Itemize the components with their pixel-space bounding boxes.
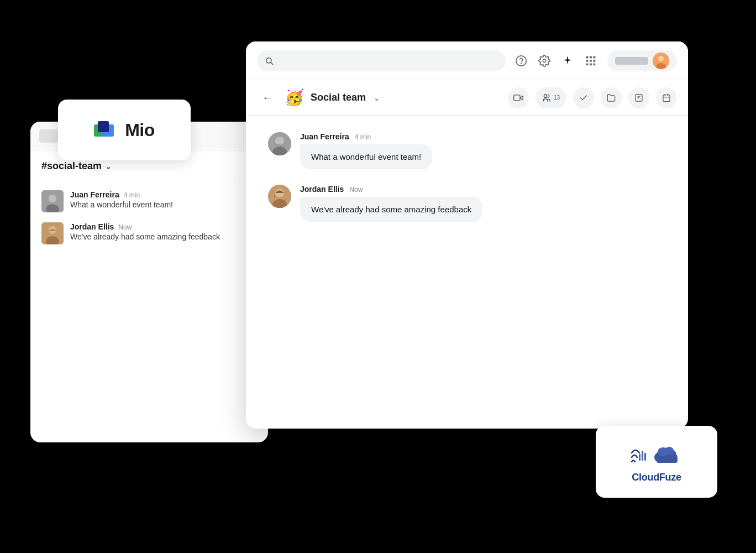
svg-point-37: [275, 137, 284, 145]
gchat-panel: ← 🥳 Social team ⌄ 13: [246, 41, 688, 429]
gchat-user-area[interactable]: [607, 50, 677, 71]
gchat-messages: Juan Ferreira 4 min What a wonderful eve…: [246, 116, 688, 238]
slack-panel: #social-team ⌄ Juan Ferreira 4 min: [30, 122, 268, 442]
cloudfuze-card: CloudFuze: [596, 426, 717, 498]
mio-diamonds-icon: [94, 120, 119, 140]
slack-text-2: We've already had some amazing feedback: [70, 232, 220, 241]
gchat-author-1: Juan Ferreira: [300, 132, 349, 141]
gchat-room-header: ← 🥳 Social team ⌄ 13: [246, 80, 688, 116]
help-icon[interactable]: [514, 54, 528, 67]
calendar-button[interactable]: [656, 87, 677, 108]
slack-msg-header-1: Juan Ferreira 4 min: [70, 190, 173, 199]
svg-rect-27: [514, 95, 520, 101]
slack-time-1: 4 min: [124, 191, 140, 199]
svg-rect-42: [639, 454, 641, 461]
svg-rect-18: [590, 60, 592, 62]
svg-rect-19: [594, 60, 596, 62]
svg-point-12: [521, 63, 522, 64]
avatar-jordan-slack: [41, 222, 64, 244]
slack-channel-name-text: #social-team: [41, 160, 102, 172]
workspace-label: [615, 57, 648, 65]
tasks-button[interactable]: [573, 87, 594, 108]
svg-point-11: [516, 55, 526, 65]
gchat-bubble-1: What a wonderful event team!: [300, 144, 432, 169]
svg-rect-14: [586, 56, 589, 58]
mio-card: Mio: [58, 100, 191, 160]
back-button[interactable]: ←: [257, 87, 278, 108]
slack-channel-name[interactable]: #social-team ⌄: [41, 160, 257, 172]
svg-point-1: [49, 195, 56, 202]
gchat-bubble-2: We've already had some amazing feedback: [300, 197, 482, 222]
svg-rect-21: [590, 63, 592, 65]
svg-rect-8: [98, 121, 109, 132]
apps-icon[interactable]: [584, 54, 597, 67]
slack-msg-header-2: Jordan Ellis Now: [70, 222, 220, 231]
slack-time-2: Now: [118, 223, 132, 231]
slack-chevron-icon: ⌄: [105, 162, 112, 171]
search-icon: [265, 56, 274, 65]
gchat-author-2: Jordan Ellis: [300, 185, 344, 194]
gchat-message-1: Juan Ferreira 4 min What a wonderful eve…: [268, 132, 666, 169]
cloudfuze-name-text: CloudFuze: [632, 472, 681, 483]
slack-author-1: Juan Ferreira: [70, 190, 119, 199]
svg-rect-16: [594, 56, 596, 58]
slack-msg-content-2: Jordan Ellis Now We've already had some …: [70, 222, 220, 241]
room-chevron-icon[interactable]: ⌄: [374, 93, 380, 102]
video-call-button[interactable]: [508, 87, 529, 108]
svg-rect-15: [590, 56, 592, 58]
svg-point-50: [665, 447, 674, 455]
settings-icon[interactable]: [538, 54, 551, 67]
gchat-msg-body-1: Juan Ferreira 4 min What a wonderful eve…: [300, 132, 432, 169]
cloudfuze-logo: CloudFuze: [629, 441, 684, 483]
mio-logo-text: Mio: [125, 120, 155, 140]
avatar-juan-slack: [41, 190, 64, 212]
svg-rect-43: [642, 451, 643, 461]
gchat-message-2: Jordan Ellis Now We've already had some …: [268, 185, 666, 222]
gchat-msg-meta-2: Jordan Ellis Now: [300, 185, 482, 194]
scene: #social-team ⌄ Juan Ferreira 4 min: [0, 0, 756, 553]
avatar-juan-gchat: [268, 132, 291, 155]
gchat-msg-body-2: Jordan Ellis Now We've already had some …: [300, 185, 482, 222]
svg-point-13: [543, 59, 546, 62]
files-button[interactable]: [601, 87, 622, 108]
svg-rect-22: [594, 63, 596, 65]
cloudfuze-logo-icon: [629, 441, 684, 468]
gchat-topbar: [246, 41, 688, 80]
user-avatar: [653, 53, 669, 69]
svg-line-10: [271, 62, 273, 65]
slack-messages: Juan Ferreira 4 min What a wonderful eve…: [30, 180, 268, 254]
svg-rect-48: [657, 457, 678, 463]
mio-logo: Mio: [94, 120, 155, 140]
svg-rect-17: [586, 60, 589, 62]
slack-msg-content-1: Juan Ferreira 4 min What a wonderful eve…: [70, 190, 173, 209]
members-button[interactable]: 13: [536, 87, 566, 108]
room-emoji: 🥳: [285, 88, 304, 107]
timer-button[interactable]: [628, 87, 649, 108]
svg-marker-26: [520, 96, 523, 100]
sparkle-icon[interactable]: [561, 54, 574, 67]
slack-top-box: [39, 129, 58, 143]
gchat-time-1: 4 min: [355, 133, 371, 141]
svg-rect-20: [586, 63, 589, 65]
svg-rect-44: [644, 453, 646, 461]
gchat-search-bar[interactable]: [257, 50, 506, 71]
slack-text-1: What a wonderful event team!: [70, 200, 173, 209]
gchat-msg-meta-1: Juan Ferreira 4 min: [300, 132, 432, 141]
slack-message-2: Jordan Ellis Now We've already had some …: [41, 222, 257, 244]
avatar-jordan-gchat: [268, 185, 291, 208]
svg-point-28: [544, 95, 547, 97]
slack-message-1: Juan Ferreira 4 min What a wonderful eve…: [41, 190, 257, 212]
svg-rect-32: [663, 95, 670, 101]
slack-author-2: Jordan Ellis: [70, 222, 114, 231]
room-name[interactable]: Social team: [311, 92, 366, 103]
gchat-topbar-icons: [514, 50, 677, 71]
members-count: 13: [554, 95, 560, 101]
svg-point-24: [658, 56, 664, 61]
gchat-time-2: Now: [349, 186, 363, 194]
